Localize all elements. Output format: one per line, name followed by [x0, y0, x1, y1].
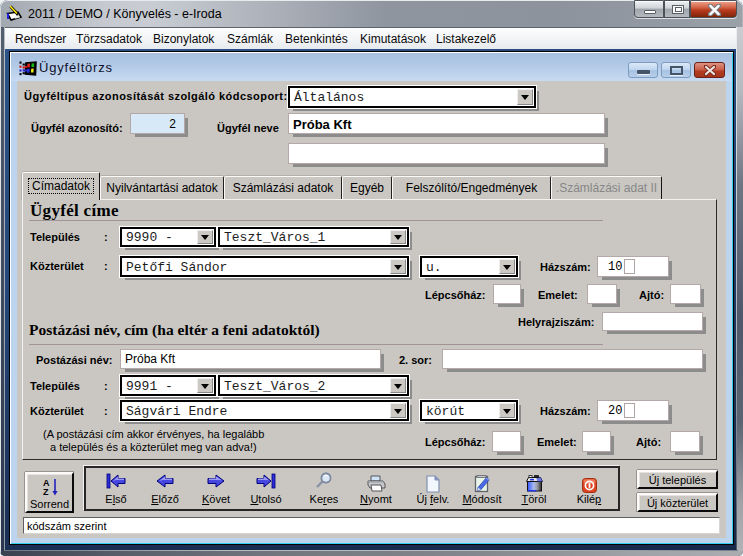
svg-text:Z: Z: [43, 487, 49, 496]
